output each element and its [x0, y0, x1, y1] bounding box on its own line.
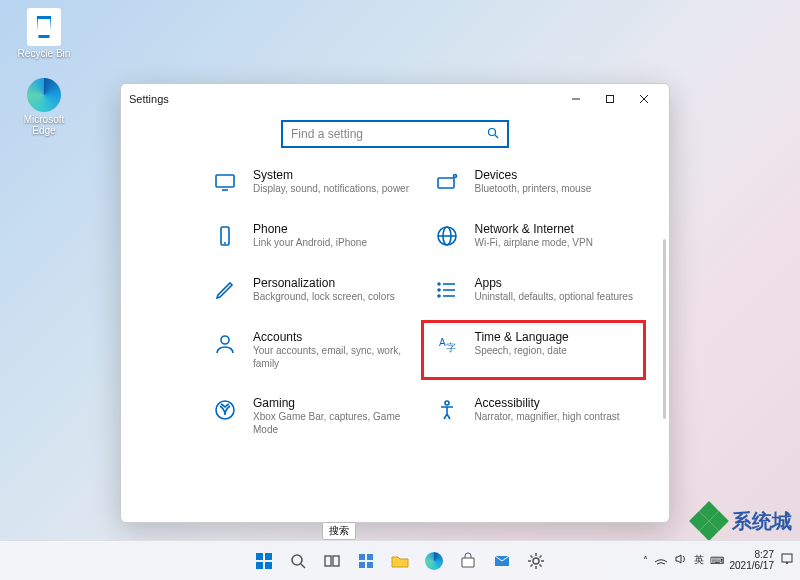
svg-rect-35 — [333, 556, 339, 566]
globe-icon — [433, 222, 461, 250]
recycle-bin-icon — [27, 8, 61, 46]
svg-point-23 — [221, 336, 229, 344]
icon-label: Microsoft Edge — [14, 114, 74, 136]
svg-rect-6 — [216, 175, 234, 187]
search-button[interactable] — [283, 546, 313, 576]
svg-line-5 — [495, 135, 498, 138]
category-title: Apps — [475, 276, 633, 290]
category-title: Time & Language — [475, 330, 569, 344]
category-accounts[interactable]: AccountsYour accounts, email, sync, work… — [211, 330, 413, 370]
category-title: Network & Internet — [475, 222, 593, 236]
category-time-language[interactable]: A字 Time & LanguageSpeech, region, date — [421, 320, 647, 380]
svg-rect-42 — [782, 554, 792, 562]
svg-rect-28 — [256, 553, 263, 560]
svg-point-20 — [438, 283, 440, 285]
phone-icon — [211, 222, 239, 250]
svg-text:字: 字 — [446, 342, 456, 353]
system-tray[interactable]: ˄ 英 ⌨ 8:27 2021/6/17 — [643, 540, 795, 580]
taskbar-tooltip: 搜索 — [322, 522, 356, 540]
taskbar: ˄ 英 ⌨ 8:27 2021/6/17 — [0, 540, 800, 580]
svg-point-32 — [292, 555, 302, 565]
mail-button[interactable] — [487, 546, 517, 576]
minimize-button[interactable] — [559, 87, 593, 111]
category-title: Phone — [253, 222, 367, 236]
svg-rect-39 — [367, 562, 373, 568]
list-icon — [433, 276, 461, 304]
person-icon — [211, 330, 239, 358]
ime-indicator[interactable]: 英 — [694, 553, 704, 567]
settings-window: Settings SystemDisplay, sound, notificat… — [120, 83, 670, 523]
scrollbar[interactable] — [663, 239, 666, 419]
search-box[interactable] — [281, 120, 509, 148]
category-title: Personalization — [253, 276, 395, 290]
category-title: Gaming — [253, 396, 413, 410]
icon-label: Recycle Bin — [14, 48, 74, 59]
widgets-button[interactable] — [351, 546, 381, 576]
task-view-button[interactable] — [317, 546, 347, 576]
start-button[interactable] — [249, 546, 279, 576]
category-devices[interactable]: DevicesBluetooth, printers, mouse — [433, 168, 635, 196]
svg-point-27 — [445, 401, 449, 405]
keyboard-icon — [433, 168, 461, 196]
category-sub: Narrator, magnifier, high contrast — [475, 411, 620, 424]
accessibility-icon — [433, 396, 461, 424]
titlebar: Settings — [121, 84, 669, 114]
svg-rect-36 — [359, 554, 365, 560]
category-title: Devices — [475, 168, 592, 182]
category-title: Accounts — [253, 330, 413, 344]
category-sub: Display, sound, notifications, power — [253, 183, 409, 196]
svg-rect-31 — [265, 562, 272, 569]
category-phone[interactable]: PhoneLink your Android, iPhone — [211, 222, 413, 250]
explorer-button[interactable] — [385, 546, 415, 576]
pen-icon — [211, 276, 239, 304]
desktop-icon-recycle-bin[interactable]: Recycle Bin — [14, 8, 74, 59]
svg-point-21 — [438, 289, 440, 291]
category-system[interactable]: SystemDisplay, sound, notifications, pow… — [211, 168, 413, 196]
svg-rect-38 — [359, 562, 365, 568]
svg-rect-8 — [438, 178, 454, 188]
edge-icon — [27, 78, 61, 112]
ime-toggle[interactable]: ⌨ — [710, 555, 724, 566]
svg-rect-29 — [265, 553, 272, 560]
category-network[interactable]: Network & InternetWi-Fi, airplane mode, … — [433, 222, 635, 250]
maximize-button[interactable] — [593, 87, 627, 111]
site-watermark: 系统城 — [692, 504, 792, 538]
tray-chevron-icon[interactable]: ˄ — [643, 555, 648, 566]
volume-icon[interactable] — [674, 553, 688, 567]
category-title: System — [253, 168, 409, 182]
category-sub: Link your Android, iPhone — [253, 237, 367, 250]
category-apps[interactable]: AppsUninstall, defaults, optional featur… — [433, 276, 635, 304]
search-input[interactable] — [291, 127, 487, 141]
desktop-icon-edge[interactable]: Microsoft Edge — [14, 78, 74, 136]
category-title: Accessibility — [475, 396, 620, 410]
svg-rect-34 — [325, 556, 331, 566]
language-icon: A字 — [433, 330, 461, 358]
close-button[interactable] — [627, 87, 661, 111]
search-icon — [487, 127, 499, 142]
xbox-icon — [211, 396, 239, 424]
category-personalization[interactable]: PersonalizationBackground, lock screen, … — [211, 276, 413, 304]
settings-taskbar-button[interactable] — [521, 546, 551, 576]
edge-taskbar-button[interactable] — [419, 546, 449, 576]
svg-point-41 — [533, 558, 539, 564]
category-accessibility[interactable]: AccessibilityNarrator, magnifier, high c… — [433, 396, 635, 436]
category-sub: Wi-Fi, airplane mode, VPN — [475, 237, 593, 250]
category-sub: Speech, region, date — [475, 345, 569, 358]
category-sub: Background, lock screen, colors — [253, 291, 395, 304]
clock[interactable]: 8:27 2021/6/17 — [730, 549, 775, 571]
window-title: Settings — [129, 93, 559, 105]
notifications-button[interactable] — [780, 552, 794, 568]
svg-line-33 — [301, 564, 305, 568]
category-sub: Your accounts, email, sync, work, family — [253, 345, 413, 370]
store-button[interactable] — [453, 546, 483, 576]
svg-point-4 — [489, 128, 496, 135]
svg-text:A: A — [439, 337, 446, 348]
category-sub: Uninstall, defaults, optional features — [475, 291, 633, 304]
display-icon — [211, 168, 239, 196]
svg-point-9 — [453, 175, 456, 178]
svg-point-26 — [216, 401, 234, 419]
category-gaming[interactable]: GamingXbox Game Bar, captures, Game Mode — [211, 396, 413, 436]
svg-rect-30 — [256, 562, 263, 569]
svg-rect-37 — [367, 554, 373, 560]
network-icon[interactable] — [654, 553, 668, 567]
